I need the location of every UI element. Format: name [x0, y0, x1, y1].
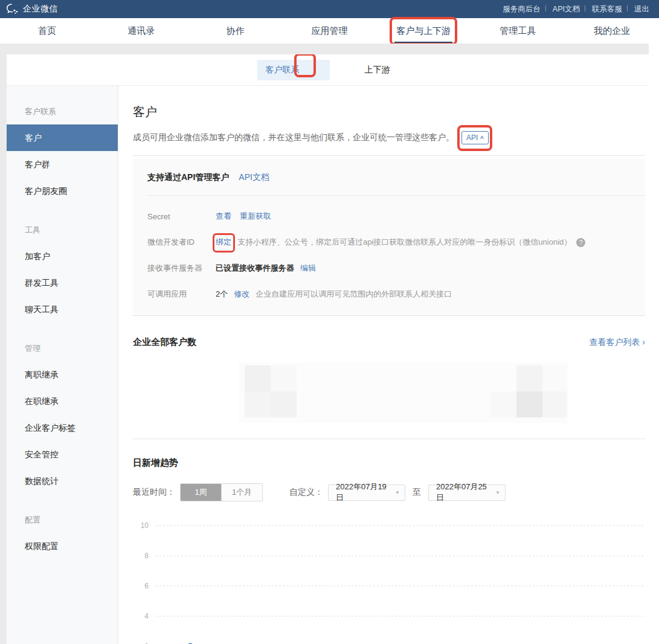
panel-row-callable-apps: 可调用应用 2个 修改 企业自建应用可以调用可见范围内的外部联系人相关接口 — [147, 289, 645, 300]
callable-apps-modify-link[interactable]: 修改 — [234, 289, 249, 300]
app-title: 企业微信 — [23, 4, 58, 14]
view-customer-list-link[interactable]: 查看客户列表 › — [589, 337, 645, 348]
trend-chart-container: 246810 — [133, 512, 645, 644]
sidebar-item-security-control[interactable]: 安全管控 — [7, 441, 118, 468]
row-label-event-server: 接收事件服务器 — [147, 263, 216, 274]
topbar-link-api-docs[interactable]: API文档 — [547, 4, 586, 14]
nav-tab-my-company[interactable]: 我的企业 — [565, 18, 659, 43]
panel-row-event-server: 接收事件服务器 已设置接收事件服务器 编辑 — [147, 263, 645, 274]
svg-text:8: 8 — [144, 552, 149, 560]
page-background: 客户联系 上下游 客户联系 客户 客户群 客户朋友圈 工具 加客户 群发工具 聊… — [0, 43, 649, 644]
content-divider-2 — [133, 439, 645, 439]
callable-apps-count: 2个 — [216, 289, 228, 300]
sidebar: 客户联系 客户 客户群 客户朋友圈 工具 加客户 群发工具 聊天工具 管理 离职… — [7, 86, 118, 644]
sidebar-item-onjob-inherit[interactable]: 在职继承 — [7, 388, 118, 414]
main-content: 客户 成员可用企业微信添加客户的微信，并在这里与他们联系，企业可统一管理这些客户… — [118, 86, 649, 644]
secret-view-link[interactable]: 查看 — [216, 211, 231, 222]
sidebar-item-resigned-inherit[interactable]: 离职继承 — [7, 361, 118, 388]
nav-tab-customers-updownstream[interactable]: 客户与上下游 — [376, 18, 471, 43]
sidebar-group-tools: 工具 — [7, 219, 118, 243]
svg-text:6: 6 — [144, 582, 149, 590]
subtab-bar: 客户联系 上下游 — [7, 54, 649, 86]
caret-down-icon: ▼ — [395, 490, 400, 495]
help-icon[interactable]: ? — [576, 238, 585, 247]
topbar-link-contact-support[interactable]: 联系客服 — [586, 4, 628, 14]
range-button-1week[interactable]: 1周 — [181, 484, 221, 501]
event-server-edit-link[interactable]: 编辑 — [300, 263, 316, 274]
nav-tab-collaboration[interactable]: 协作 — [188, 18, 283, 43]
developer-id-description: 支持小程序、公众号，绑定后可通过api接口获取微信联系人对应的唯一身份标识（微信… — [237, 237, 571, 248]
wework-logo-icon — [6, 4, 19, 14]
date-to-select[interactable]: 2022年07月25日 ▼ — [428, 485, 506, 501]
sidebar-item-add-customer[interactable]: 加客户 — [7, 243, 118, 269]
redacted-customer-stats — [133, 362, 645, 423]
secret-refresh-link[interactable]: 重新获取 — [240, 211, 271, 222]
daily-trend-title: 日新增趋势 — [133, 457, 178, 469]
nav-tab-home[interactable]: 首页 — [0, 18, 94, 43]
range-button-group: 1周 1个月 — [180, 483, 263, 501]
event-server-status: 已设置接收事件服务器 — [216, 263, 294, 274]
topbar: 企业微信 服务商后台 API文档 联系客服 退出 — [0, 0, 659, 18]
chevron-up-icon: ∧ — [480, 135, 484, 140]
panel-divider — [147, 195, 645, 196]
row-label-secret: Secret — [147, 212, 216, 221]
sidebar-item-customer-tags[interactable]: 企业客户标签 — [7, 414, 118, 441]
row-label-developer-id: 微信开发者ID — [147, 237, 216, 248]
nav-tab-management-tools[interactable]: 管理工具 — [471, 18, 565, 43]
sidebar-group-configuration: 配置 — [7, 509, 118, 533]
customers-total-title: 企业全部客户数 — [133, 336, 196, 348]
subtab-updownstream[interactable]: 上下游 — [356, 60, 399, 80]
page-title: 客户 — [133, 104, 645, 120]
caret-down-icon: ▼ — [495, 490, 500, 495]
api-panel-title: 支持通过API管理客户 — [147, 172, 229, 183]
api-toggle-label: API — [466, 134, 478, 142]
subtab-customer-contact[interactable]: 客户联系 — [257, 60, 330, 80]
sidebar-item-data-statistics[interactable]: 数据统计 — [7, 468, 118, 494]
primary-nav: 首页 通讯录 协作 应用管理 客户与上下游 管理工具 我的企业 — [0, 18, 659, 43]
wework-logo: 企业微信 — [6, 4, 58, 14]
nav-tab-label: 客户与上下游 — [396, 25, 451, 37]
subtab-label: 客户联系 — [266, 65, 300, 74]
api-doc-link[interactable]: API文档 — [239, 172, 269, 183]
date-from-select[interactable]: 2022年07月19日 ▼ — [328, 485, 405, 501]
bind-link[interactable]: 绑定 — [216, 237, 231, 248]
range-button-1month[interactable]: 1个月 — [221, 484, 262, 501]
topbar-links: 服务商后台 API文档 联系客服 退出 — [497, 4, 655, 14]
trend-chart: 246810 — [133, 512, 645, 644]
svg-text:10: 10 — [141, 521, 149, 530]
panel-row-wechat-developer-id: 微信开发者ID 绑定 支持小程序、公众号，绑定后可通过api接口获取微信联系人对… — [147, 237, 645, 248]
trend-filter-row: 最近时间： 1周 1个月 自定义： 2022年07月19日 ▼ 至 2022年0… — [133, 483, 645, 501]
topbar-link-provider-console[interactable]: 服务商后台 — [497, 4, 547, 14]
sidebar-item-permission-config[interactable]: 权限配置 — [7, 533, 118, 559]
date-to-label: 至 — [413, 487, 421, 498]
content-divider — [133, 155, 645, 156]
sidebar-group-customer-contact: 客户联系 — [7, 100, 118, 124]
row-label-callable-apps: 可调用应用 — [147, 289, 216, 300]
sidebar-item-customers[interactable]: 客户 — [7, 124, 118, 151]
nav-tab-contacts[interactable]: 通讯录 — [94, 18, 188, 43]
sidebar-item-customer-groups[interactable]: 客户群 — [7, 151, 118, 178]
time-range-label: 最近时间： — [133, 487, 175, 498]
sidebar-item-chat-tools[interactable]: 聊天工具 — [7, 296, 118, 323]
date-from-value: 2022年07月19日 — [336, 481, 390, 503]
callable-apps-description: 企业自建应用可以调用可见范围内的外部联系人相关接口 — [256, 289, 452, 300]
api-toggle-button[interactable]: API ∧ — [461, 131, 489, 144]
page-description: 成员可用企业微信添加客户的微信，并在这里与他们联系，企业可统一管理这些客户。 — [133, 132, 454, 143]
content-card: 客户联系 上下游 客户联系 客户 客户群 客户朋友圈 工具 加客户 群发工具 聊… — [7, 54, 649, 644]
date-to-value: 2022年07月25日 — [436, 481, 490, 503]
svg-text:4: 4 — [144, 612, 149, 620]
bind-link-label: 绑定 — [216, 237, 231, 246]
nav-tab-app-management[interactable]: 应用管理 — [283, 18, 377, 43]
sidebar-group-management: 管理 — [7, 337, 118, 361]
custom-range-label: 自定义： — [289, 487, 323, 498]
api-panel: 支持通过API管理客户 API文档 Secret 查看 重新获取 微信开发者ID — [133, 159, 645, 316]
sidebar-item-customer-moments[interactable]: 客户朋友圈 — [7, 178, 118, 204]
panel-row-secret: Secret 查看 重新获取 — [147, 211, 645, 222]
sidebar-item-broadcast-tools[interactable]: 群发工具 — [7, 269, 118, 296]
topbar-link-logout[interactable]: 退出 — [628, 4, 655, 14]
